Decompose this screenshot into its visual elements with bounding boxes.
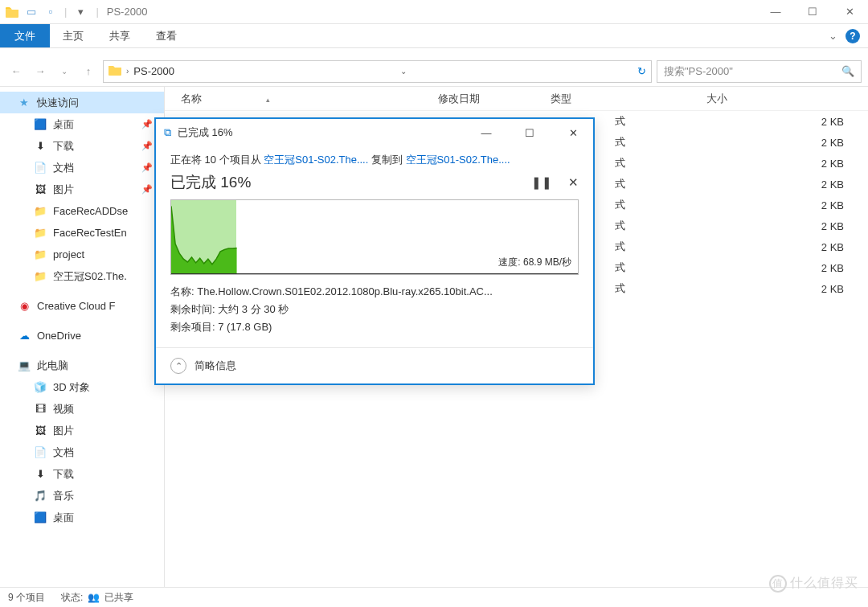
footer-label: 简略信息 xyxy=(194,359,236,373)
copy-source-link[interactable]: 空王冠S01-S02.The.... xyxy=(264,154,368,166)
title-divider: | xyxy=(96,6,98,18)
navigation-pane: ★ 快速访问 🟦桌面📌 ⬇下载📌 📄文档📌 🖼图片📌 📁FaceRecADDse… xyxy=(0,87,165,587)
pictures-icon: 🖼 xyxy=(34,424,47,437)
sidebar-item-pictures[interactable]: 🖼图片 xyxy=(0,420,164,441)
sidebar-item-folder[interactable]: 📁project xyxy=(0,244,164,265)
qat-properties-icon[interactable]: ▭ xyxy=(23,3,40,21)
dialog-titlebar[interactable]: ⧉ 已完成 16% — ☐ ✕ xyxy=(156,119,593,146)
status-bar: 9 个项目 状态: 👥 已共享 xyxy=(0,587,868,607)
sidebar-label: 快速访问 xyxy=(37,96,79,110)
qat-divider: | xyxy=(64,6,67,18)
address-folder-icon xyxy=(108,64,121,78)
sidebar-item-folder[interactable]: 📁空王冠S02.The. xyxy=(0,265,164,287)
column-date[interactable]: 修改日期 xyxy=(438,92,551,106)
cell-size: 2 KB xyxy=(788,137,868,149)
column-headers: 名称▴ 修改日期 类型 大小 xyxy=(165,87,868,111)
cell-type: 式 xyxy=(615,198,625,212)
creative-cloud-icon: ◉ xyxy=(18,300,31,313)
speed-label: 速度: 68.9 MB/秒 xyxy=(498,256,571,269)
tab-file[interactable]: 文件 xyxy=(0,24,50,47)
sidebar-item-downloads[interactable]: ⬇下载 xyxy=(0,463,164,485)
tab-view[interactable]: 查看 xyxy=(143,24,190,47)
folder-icon: 📁 xyxy=(34,205,47,218)
navigation-bar: ← → ⌄ ↑ › PS-2000 ⌄ ↻ 搜索"PS-2000" 🔍 xyxy=(0,56,868,87)
close-button[interactable]: ✕ xyxy=(831,0,868,24)
3d-icon: 🧊 xyxy=(34,381,47,394)
search-placeholder: 搜索"PS-2000" xyxy=(664,64,733,79)
sidebar-item-3d[interactable]: 🧊3D 对象 xyxy=(0,376,164,398)
qat-new-icon[interactable]: ▫ xyxy=(42,3,59,21)
ribbon-expand-icon[interactable]: ⌄ xyxy=(829,30,837,42)
maximize-button[interactable]: ☐ xyxy=(794,0,831,24)
status-item-count: 9 个项目 xyxy=(8,591,45,605)
app-folder-icon xyxy=(3,3,21,21)
search-icon[interactable]: 🔍 xyxy=(841,65,854,77)
pin-icon: 📌 xyxy=(141,162,153,173)
cell-size: 2 KB xyxy=(788,283,868,295)
sidebar-item-folder[interactable]: 📁FaceRecADDse xyxy=(0,200,164,222)
up-button[interactable]: ↑ xyxy=(79,62,98,81)
cell-type: 式 xyxy=(615,260,625,275)
tab-home[interactable]: 主页 xyxy=(50,24,96,47)
progress-percentage: 已完成 16% xyxy=(170,172,251,193)
copy-dest-link[interactable]: 空王冠S01-S02.The.... xyxy=(406,154,510,166)
cell-size: 2 KB xyxy=(788,199,868,211)
window-controls: — ☐ ✕ xyxy=(757,0,868,24)
music-icon: 🎵 xyxy=(34,490,47,502)
documents-icon: 📄 xyxy=(34,162,47,174)
sidebar-quick-access[interactable]: ★ 快速访问 xyxy=(0,92,164,113)
cell-type: 式 xyxy=(615,135,625,150)
ribbon-tabs: 文件 主页 共享 查看 ⌄ ? xyxy=(0,24,868,48)
star-icon: ★ xyxy=(18,96,31,109)
detail-time: 剩余时间: 大约 3 分 30 秒 xyxy=(170,301,579,318)
pause-button[interactable]: ❚❚ xyxy=(531,175,552,190)
documents-icon: 📄 xyxy=(34,446,47,459)
dialog-minimize-button[interactable]: — xyxy=(474,127,498,139)
sidebar-item-desktop[interactable]: 🟦桌面📌 xyxy=(0,113,164,135)
dialog-close-button[interactable]: ✕ xyxy=(561,127,585,139)
sidebar-item-videos[interactable]: 🎞视频 xyxy=(0,398,164,420)
status-state: 状态: 👥 已共享 xyxy=(61,591,133,605)
sidebar-onedrive[interactable]: ☁OneDrive xyxy=(0,325,164,347)
sidebar-item-pictures[interactable]: 🖼图片📌 xyxy=(0,178,164,200)
shared-icon: 👥 xyxy=(88,592,100,603)
sidebar-item-downloads[interactable]: ⬇下载📌 xyxy=(0,135,164,157)
quick-access-toolbar: ▭ ▫ | ▾ xyxy=(0,3,92,21)
qat-dropdown-icon[interactable]: ▾ xyxy=(72,3,89,21)
search-box[interactable]: 搜索"PS-2000" 🔍 xyxy=(657,60,862,83)
sidebar-item-music[interactable]: 🎵音乐 xyxy=(0,485,164,507)
address-bar[interactable]: › PS-2000 ⌄ ↻ xyxy=(103,60,652,83)
refresh-button[interactable]: ↻ xyxy=(637,65,646,77)
sidebar-item-folder[interactable]: 📁FaceRecTestEn xyxy=(0,222,164,244)
back-button[interactable]: ← xyxy=(6,62,26,81)
downloads-icon: ⬇ xyxy=(34,468,47,481)
cell-type: 式 xyxy=(615,281,625,296)
chevron-up-icon[interactable]: ⌃ xyxy=(170,358,186,374)
breadcrumb[interactable]: PS-2000 xyxy=(133,65,174,77)
minimize-button[interactable]: — xyxy=(757,0,794,24)
forward-button[interactable]: → xyxy=(31,62,50,81)
dialog-maximize-button[interactable]: ☐ xyxy=(518,127,542,139)
cell-type: 式 xyxy=(615,114,625,129)
help-icon[interactable]: ? xyxy=(845,29,860,43)
recent-dropdown-icon[interactable]: ⌄ xyxy=(55,62,74,81)
column-type[interactable]: 类型 xyxy=(551,92,671,106)
cell-size: 2 KB xyxy=(788,262,868,274)
desktop-icon: 🟦 xyxy=(34,511,47,524)
breadcrumb-root-chevron[interactable]: › xyxy=(126,67,129,76)
sidebar-item-documents[interactable]: 📄文档 xyxy=(0,441,164,463)
dialog-footer[interactable]: ⌃ 简略信息 xyxy=(156,347,593,383)
sidebar-item-documents[interactable]: 📄文档📌 xyxy=(0,157,164,178)
column-name[interactable]: 名称▴ xyxy=(181,92,438,106)
sidebar-creative-cloud[interactable]: ◉Creative Cloud F xyxy=(0,295,164,317)
dialog-app-icon: ⧉ xyxy=(164,126,171,139)
sidebar-this-pc[interactable]: 💻此电脑 xyxy=(0,355,164,376)
cancel-copy-button[interactable]: ✕ xyxy=(568,175,579,190)
tab-share[interactable]: 共享 xyxy=(96,24,143,47)
cell-size: 2 KB xyxy=(788,241,868,253)
column-size[interactable]: 大小 xyxy=(671,92,751,106)
sidebar-item-desktop[interactable]: 🟦桌面 xyxy=(0,507,164,528)
sort-asc-icon: ▴ xyxy=(266,96,270,104)
folder-icon: 📁 xyxy=(34,248,47,261)
address-history-icon[interactable]: ⌄ xyxy=(400,67,407,76)
